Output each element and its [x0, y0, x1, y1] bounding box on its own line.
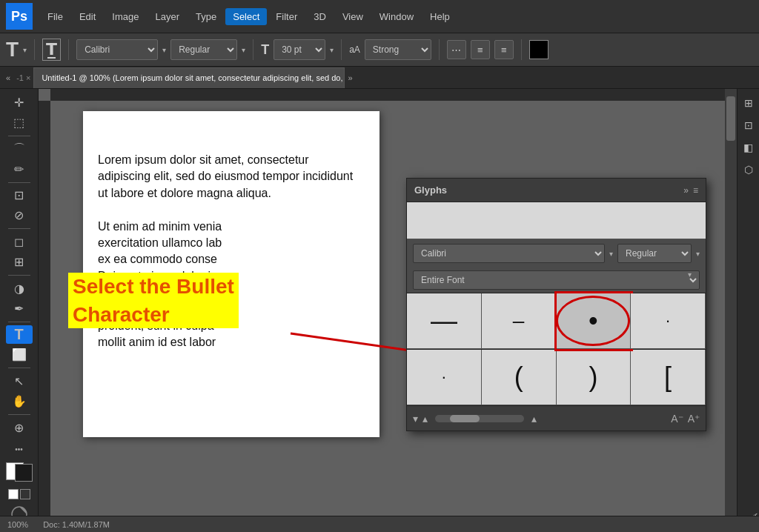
tool-sep-2	[8, 182, 30, 183]
active-tab[interactable]: Untitled-1 @ 100% (Lorem ipsum dolor sit…	[33, 67, 345, 88]
toolbar-sep-6	[521, 39, 522, 60]
panel-btn-3[interactable]: ◧	[739, 138, 758, 157]
scroll-left-btn[interactable]: ▾	[413, 413, 418, 425]
panel-btn-2[interactable]: ⊡	[739, 116, 758, 135]
toolbox: ✛ ⬚ ⌒ ✏ ⊡ ⊘ ◻ ⊞ ◑ ✒ T ⬜ ↖ ✋ ⊕ •••	[0, 89, 39, 532]
color-swatches	[6, 462, 33, 482]
pen-tool[interactable]: ✒	[6, 299, 33, 318]
footer-zoom-controls: A⁻ A⁺	[671, 413, 700, 425]
scroll-handle[interactable]	[450, 415, 480, 422]
tab-bar: « -1 × Untitled-1 @ 100% (Lorem ipsum do…	[0, 67, 759, 89]
ruler-vertical	[39, 101, 50, 520]
eraser-tool[interactable]: ◻	[6, 233, 33, 251]
glyphs-style-select[interactable]: Regular	[617, 244, 692, 263]
glyph-cell-period[interactable]: ·	[407, 350, 482, 405]
glyphs-font-dropdown-icon: ▾	[609, 250, 613, 258]
toggle-orientation-btn[interactable]: T̲	[42, 39, 61, 61]
align-center-btn[interactable]: ≡	[471, 40, 490, 59]
zoom-increase-btn[interactable]: A⁺	[688, 413, 700, 425]
tab-prev-indicator: -1 ×	[13, 73, 33, 82]
align-left-btn[interactable]: ⋯	[447, 40, 466, 59]
move-tool[interactable]: ✛	[6, 93, 33, 112]
tool-sep-6	[8, 368, 30, 368]
menu-image[interactable]: Image	[105, 8, 146, 25]
tool-sep-7	[8, 414, 30, 415]
zoom-decrease-btn[interactable]: A⁻	[671, 413, 683, 425]
menu-type[interactable]: Type	[188, 8, 224, 25]
ruler-horizontal	[50, 89, 725, 101]
layer-mode-alt[interactable]	[20, 489, 30, 499]
menu-view[interactable]: View	[335, 8, 371, 25]
menu-help[interactable]: Help	[422, 8, 457, 25]
glyph-cell-open-bracket[interactable]: [	[631, 350, 706, 405]
scroll-track[interactable]	[435, 415, 524, 422]
glyphs-font-row: Calibri ▾ Regular ▾	[407, 239, 706, 267]
glyphs-menu-btn[interactable]: ≡	[693, 185, 698, 196]
brush-tool[interactable]: ✏	[6, 160, 33, 179]
font-size-dropdown-icon: ▾	[330, 46, 334, 54]
tab-scroll-right[interactable]: »	[345, 73, 355, 82]
select-tool[interactable]: ↖	[6, 372, 33, 390]
vertical-scroll-thumb[interactable]	[726, 96, 735, 141]
more-tools-btn[interactable]: •••	[12, 439, 26, 458]
glyphs-filter-select[interactable]: Entire Font	[413, 270, 700, 290]
menu-filter[interactable]: Filter	[268, 8, 305, 25]
eyedropper-tool[interactable]: ⊘	[6, 206, 33, 225]
toolbar-sep-5	[439, 39, 440, 60]
paint-bucket-tool[interactable]: ⊞	[6, 253, 33, 271]
annotation-overlay: Select the Bullet Character	[68, 273, 239, 328]
layer-mode-normal[interactable]	[8, 489, 19, 499]
toolbar-sep-1	[34, 39, 35, 60]
text-tool-dropdown[interactable]: ▾	[23, 46, 27, 54]
font-family-select[interactable]: Calibri	[76, 39, 158, 60]
toolbar-sep-2	[68, 39, 69, 60]
glyph-cell-middle-dot[interactable]: ·	[631, 293, 706, 349]
glyphs-panel-controls: » ≡	[683, 185, 698, 196]
aa-label: aA	[349, 44, 360, 55]
menu-3d[interactable]: 3D	[306, 8, 334, 25]
glyphs-font-select[interactable]: Calibri	[413, 244, 605, 263]
panel-btn-1[interactable]: ⊞	[739, 93, 758, 113]
glyphs-filter-dropdown-icon: ▾	[688, 270, 692, 279]
font-style-dropdown-icon: ▾	[242, 46, 245, 54]
tab-scroll-left[interactable]: «	[3, 73, 13, 82]
font-family-dropdown-icon: ▾	[162, 46, 166, 54]
menu-file[interactable]: File	[40, 8, 70, 25]
menu-edit[interactable]: Edit	[72, 8, 103, 25]
menu-window[interactable]: Window	[372, 8, 421, 25]
scroll-up-btn[interactable]: ▴	[422, 413, 428, 425]
glyph-cell-close-paren[interactable]: )	[557, 350, 632, 405]
anti-alias-select[interactable]: Strong	[365, 39, 431, 60]
glyphs-double-chevron[interactable]: »	[683, 185, 689, 196]
crop-tool[interactable]: ⊡	[6, 186, 33, 205]
dodge-tool[interactable]: ◑	[6, 279, 33, 298]
menu-items: File Edit Image Layer Type Select Filter…	[40, 8, 457, 25]
font-style-select[interactable]: Regular	[170, 39, 237, 60]
menu-select[interactable]: Select	[225, 8, 267, 25]
vertical-scrollbar[interactable]	[725, 89, 737, 520]
menu-layer[interactable]: Layer	[148, 8, 188, 25]
glyph-cell-em-dash[interactable]: —	[407, 293, 482, 349]
font-size-select[interactable]: 30 pt	[274, 39, 325, 60]
text-tool[interactable]: T	[6, 325, 33, 344]
text-tool-icon[interactable]: T	[6, 38, 19, 61]
doc-size: Doc: 1.40M/1.87M	[43, 520, 110, 529]
scroll-down-btn[interactable]: ▴	[531, 413, 537, 425]
glyphs-panel-title: Glyphs	[414, 184, 447, 196]
right-panel: ⊞ ⊡ ◧ ⬡ 𝒜	[737, 89, 759, 532]
shape-tool[interactable]: ⬜	[6, 345, 33, 364]
panel-btn-4[interactable]: ⬡	[739, 160, 758, 179]
tool-sep-1	[8, 136, 30, 136]
align-right-btn[interactable]: ≡	[494, 40, 514, 59]
hand-tool[interactable]: ✋	[6, 392, 33, 410]
annotation-line1: Select the Bullet	[68, 273, 239, 301]
glyph-cell-open-paren[interactable]: (	[482, 350, 557, 405]
toolbar-sep-3	[253, 39, 253, 60]
marquee-tool[interactable]: ⬚	[6, 113, 33, 132]
background-color[interactable]	[15, 464, 33, 482]
glyph-cell-en-dash[interactable]: –	[482, 293, 557, 349]
text-color-swatch[interactable]	[529, 40, 548, 59]
lasso-tool[interactable]: ⌒	[6, 140, 33, 159]
zoom-tool[interactable]: ⊕	[6, 419, 33, 437]
glyph-cell-bullet[interactable]: •	[557, 293, 632, 349]
